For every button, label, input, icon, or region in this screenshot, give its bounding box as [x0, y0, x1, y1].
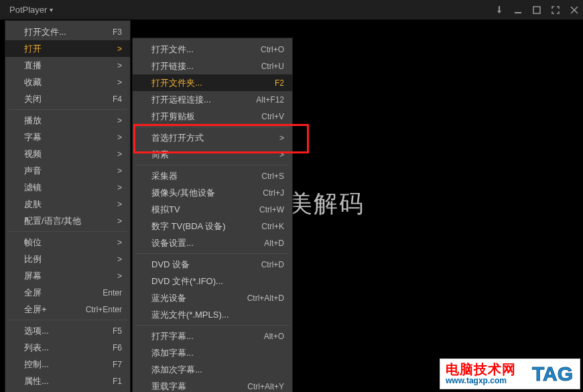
menu-item-label: 添加字幕...	[151, 347, 194, 359]
pin-button[interactable]	[495, 5, 504, 15]
fullscreen-button[interactable]	[551, 5, 560, 15]
minimize-button[interactable]	[513, 5, 523, 15]
menu-item-label: 添加次字幕...	[151, 364, 202, 376]
menu-item-label: 重载字幕	[151, 381, 186, 393]
open-menu-item[interactable]: 采集器Ctrl+S	[133, 168, 292, 184]
main-menu-item[interactable]: 打开文件...F3	[5, 23, 130, 40]
main-menu-item[interactable]: 全屏+Ctrl+Enter	[5, 301, 130, 318]
menu-item-shortcut: Ctrl+Enter	[86, 305, 122, 314]
open-menu-item[interactable]: 简索>	[133, 146, 292, 163]
menu-item-label: 打开远程连接...	[151, 94, 211, 106]
main-menu-item[interactable]: 比例>	[5, 251, 130, 267]
badge-label: TAG	[532, 363, 580, 385]
main-menu-item[interactable]: 列表...F6	[5, 339, 130, 356]
main-menu-item[interactable]: 视频>	[5, 145, 130, 162]
main-menu-item[interactable]: 播放>	[5, 112, 130, 129]
main-menu-item[interactable]: 收藏>	[5, 74, 130, 90]
main-menu-separator	[8, 320, 127, 320]
menu-item-label: 视频	[24, 148, 42, 160]
open-menu-item[interactable]: 模拟TVCtrl+W	[133, 201, 292, 218]
open-menu-item[interactable]: 设备设置...Alt+D	[133, 235, 292, 251]
open-menu-item[interactable]: 打开链接...Ctrl+U	[133, 58, 292, 74]
open-menu-item[interactable]: 摄像头/其他设备Ctrl+J	[133, 184, 292, 201]
main-menu-item[interactable]: 关闭F4	[5, 90, 130, 107]
menu-item-label: 字幕	[24, 131, 42, 143]
open-menu-item[interactable]: 蓝光设备Ctrl+Alt+D	[133, 289, 292, 306]
menu-item-shortcut: Ctrl+O	[261, 45, 284, 54]
menu-item-shortcut: Ctrl+W	[259, 205, 284, 214]
watermark-badge: 电脑技术网 www.tagxp.com TAG	[440, 358, 580, 389]
main-menu-item[interactable]: 皮肤>	[5, 196, 130, 212]
main-menu-item[interactable]: 帧位>	[5, 234, 130, 251]
menu-item-label: 打开	[24, 43, 42, 55]
open-menu-item[interactable]: 打开文件夹...F2	[133, 74, 292, 91]
main-menu-item[interactable]: 配置/语言/其他>	[5, 212, 130, 229]
open-menu-item[interactable]: 蓝光文件(*.MPLS)...	[133, 306, 292, 323]
menu-item-shortcut: F2	[275, 78, 284, 88]
menu-item-label: 选项...	[24, 325, 49, 337]
menu-item-label: 皮肤	[24, 198, 42, 210]
open-submenu: 打开文件...Ctrl+O打开链接...Ctrl+U打开文件夹...F2打开远程…	[132, 38, 293, 392]
open-menu-item[interactable]: 添加字幕...	[133, 344, 292, 361]
menu-item-shortcut: Ctrl+K	[261, 222, 284, 231]
menu-item-label: 全屏+	[24, 304, 47, 316]
main-menu-item[interactable]: 打开>	[5, 40, 130, 57]
main-menu-item[interactable]: 直播>	[5, 57, 130, 74]
main-menu-item[interactable]: 控制...F7	[5, 356, 130, 373]
menu-item-label: 蓝光设备	[151, 292, 186, 304]
menu-item-shortcut: Ctrl+Alt+D	[247, 293, 284, 303]
main-menu-separator	[8, 231, 127, 232]
menu-item-label: 列表...	[24, 342, 49, 354]
maximize-button[interactable]	[532, 5, 541, 15]
menu-item-shortcut: Ctrl+D	[261, 260, 284, 269]
main-menu-item[interactable]: 选项...F5	[5, 322, 130, 339]
app-menu-button[interactable]: PotPlayer ▾	[9, 5, 53, 15]
main-menu-item[interactable]: 屏幕>	[5, 267, 130, 284]
badge-url: www.tagxp.com	[446, 377, 516, 385]
submenu-arrow-icon: >	[117, 166, 122, 176]
window-controls	[495, 5, 579, 15]
svg-rect-2	[533, 7, 540, 13]
menu-item-shortcut: Alt+F12	[256, 95, 284, 105]
open-menu-separator	[135, 253, 289, 254]
open-menu-item[interactable]: 首选打开方式>	[133, 129, 292, 146]
main-menu-item[interactable]: 声音>	[5, 162, 130, 179]
open-menu-item[interactable]: 打开字幕...Alt+O	[133, 328, 292, 344]
menu-item-label: 打开文件...	[24, 26, 66, 38]
submenu-arrow-icon: >	[117, 149, 122, 159]
menu-item-label: DVD 设备	[151, 259, 190, 271]
open-menu-item[interactable]: DVD 设备Ctrl+D	[133, 256, 292, 273]
open-menu-item[interactable]: 添加次字幕...	[133, 361, 292, 378]
submenu-arrow-icon: >	[117, 200, 122, 209]
menu-item-shortcut: Alt+O	[264, 332, 284, 341]
submenu-arrow-icon: >	[117, 216, 122, 226]
open-menu-item[interactable]: 打开剪贴板Ctrl+V	[133, 108, 292, 125]
main-menu-item[interactable]: 全屏Enter	[5, 284, 130, 301]
menu-item-label: 屏幕	[24, 270, 42, 282]
menu-item-label: 采集器	[151, 170, 178, 182]
close-button[interactable]	[570, 5, 579, 15]
menu-item-shortcut: F6	[113, 343, 122, 352]
open-menu-separator	[135, 325, 289, 326]
submenu-arrow-icon: >	[117, 183, 122, 192]
app-title: PotPlayer	[9, 5, 47, 15]
menu-item-label: 蓝光文件(*.MPLS)...	[151, 309, 229, 321]
main-menu-item[interactable]: 滤镜>	[5, 179, 130, 196]
menu-item-label: 关闭	[24, 93, 42, 105]
menu-item-shortcut: Ctrl+S	[261, 172, 284, 181]
open-menu-item[interactable]: 打开远程连接...Alt+F12	[133, 91, 292, 108]
main-menu-separator	[8, 109, 127, 110]
main-menu-item[interactable]: 字幕>	[5, 129, 130, 145]
open-menu-item[interactable]: 数字 TV(BDA 设备)Ctrl+K	[133, 218, 292, 235]
menu-item-label: 收藏	[24, 76, 42, 88]
main-menu-item[interactable]: 属性...F1	[5, 373, 130, 389]
open-menu-item[interactable]: DVD 文件(*.IFO)...	[133, 273, 292, 289]
menu-item-label: 直播	[24, 60, 42, 72]
menu-item-label: 数字 TV(BDA 设备)	[151, 220, 226, 233]
menu-item-label: 模拟TV	[151, 204, 180, 216]
open-menu-item[interactable]: 打开文件...Ctrl+O	[133, 41, 292, 58]
menu-item-label: 打开字幕...	[151, 330, 194, 342]
open-menu-item[interactable]: 重载字幕Ctrl+Alt+Y	[133, 378, 292, 392]
submenu-arrow-icon: >	[117, 133, 122, 142]
badge-cn: 电脑技术网	[446, 362, 516, 377]
